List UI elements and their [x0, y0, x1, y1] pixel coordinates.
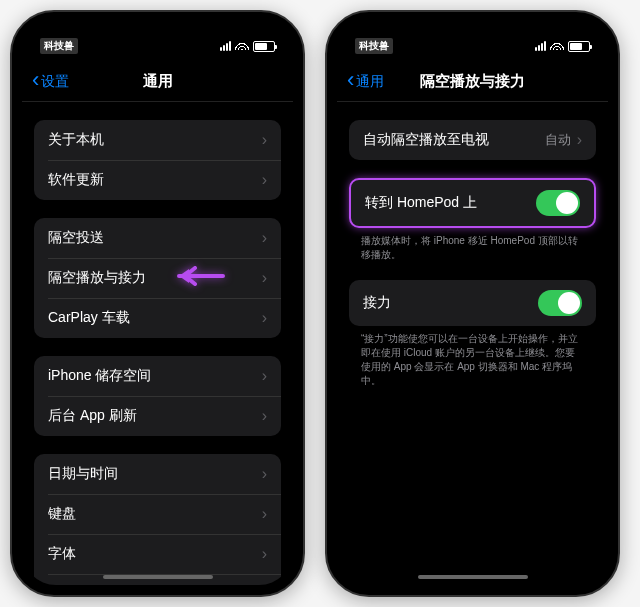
- chevron-right-icon: ›: [577, 131, 582, 149]
- row-label: 接力: [363, 294, 391, 312]
- settings-group: 转到 HomePod 上: [349, 178, 596, 228]
- phone-right: 科技兽 通用 隔空播放与接力 自动隔空播放至电视自动›转到 HomePod 上播…: [325, 10, 620, 597]
- row-label: iPhone 储存空间: [48, 367, 151, 385]
- row-label: 隔空投送: [48, 229, 104, 247]
- wifi-icon: [550, 39, 564, 53]
- row-label: 自动隔空播放至电视: [363, 131, 489, 149]
- page-title: 通用: [143, 72, 173, 91]
- row-value: 自动: [545, 131, 571, 149]
- row-iphone-storage[interactable]: iPhone 储存空间›: [34, 356, 281, 396]
- phone-left: 科技兽 设置 通用 关于本机›软件更新›隔空投送›隔空播放与接力›CarPlay…: [10, 10, 305, 597]
- carrier-label: 科技兽: [40, 38, 78, 54]
- back-label: 通用: [356, 73, 384, 91]
- row-carplay[interactable]: CarPlay 车载›: [34, 298, 281, 338]
- row-fonts[interactable]: 字体›: [34, 534, 281, 574]
- row-keyboard[interactable]: 键盘›: [34, 494, 281, 534]
- battery-icon: [568, 41, 590, 52]
- group-footer: “接力”功能使您可以在一台设备上开始操作，并立即在使用 iCloud 账户的另一…: [337, 326, 608, 388]
- chevron-right-icon: ›: [262, 545, 267, 563]
- chevron-right-icon: ›: [262, 505, 267, 523]
- battery-icon: [253, 41, 275, 52]
- settings-group: 日期与时间›键盘›字体›语言与地区›词典›: [34, 454, 281, 585]
- chevron-right-icon: ›: [262, 367, 267, 385]
- group-footer: 播放媒体时，将 iPhone 移近 HomePod 顶部以转移播放。: [337, 228, 608, 262]
- settings-list[interactable]: 自动隔空播放至电视自动›转到 HomePod 上播放媒体时，将 iPhone 移…: [337, 102, 608, 585]
- chevron-right-icon: ›: [262, 269, 267, 287]
- signal-icon: [535, 41, 546, 51]
- settings-group: 隔空投送›隔空播放与接力›CarPlay 车载›: [34, 218, 281, 338]
- row-label: 转到 HomePod 上: [365, 194, 477, 212]
- notch: [93, 22, 223, 46]
- settings-list[interactable]: 关于本机›软件更新›隔空投送›隔空播放与接力›CarPlay 车载›iPhone…: [22, 102, 293, 585]
- row-label: 后台 App 刷新: [48, 407, 137, 425]
- row-date-time[interactable]: 日期与时间›: [34, 454, 281, 494]
- row-software-update[interactable]: 软件更新›: [34, 160, 281, 200]
- row-label: 关于本机: [48, 131, 104, 149]
- signal-icon: [220, 41, 231, 51]
- home-indicator[interactable]: [418, 575, 528, 579]
- row-label: 隔空播放与接力: [48, 269, 146, 287]
- nav-bar: 设置 通用: [22, 62, 293, 102]
- chevron-right-icon: ›: [262, 465, 267, 483]
- row-label: 键盘: [48, 505, 76, 523]
- chevron-left-icon: [347, 73, 354, 90]
- chevron-right-icon: ›: [262, 407, 267, 425]
- carrier-label: 科技兽: [355, 38, 393, 54]
- settings-group: 接力: [349, 280, 596, 326]
- toggle-switch[interactable]: [536, 190, 580, 216]
- wifi-icon: [235, 39, 249, 53]
- back-button[interactable]: 设置: [32, 73, 69, 91]
- nav-bar: 通用 隔空播放与接力: [337, 62, 608, 102]
- chevron-right-icon: ›: [262, 229, 267, 247]
- row-label: CarPlay 车载: [48, 309, 130, 327]
- back-label: 设置: [41, 73, 69, 91]
- row-label: 软件更新: [48, 171, 104, 189]
- chevron-left-icon: [32, 73, 39, 90]
- settings-group: iPhone 储存空间›后台 App 刷新›: [34, 356, 281, 436]
- row-background-refresh[interactable]: 后台 App 刷新›: [34, 396, 281, 436]
- row-auto-airplay-tv[interactable]: 自动隔空播放至电视自动›: [349, 120, 596, 160]
- toggle-switch[interactable]: [538, 290, 582, 316]
- row-airdrop[interactable]: 隔空投送›: [34, 218, 281, 258]
- chevron-right-icon: ›: [262, 131, 267, 149]
- chevron-right-icon: ›: [262, 171, 267, 189]
- settings-group: 自动隔空播放至电视自动›: [349, 120, 596, 160]
- row-label: 日期与时间: [48, 465, 118, 483]
- row-handoff[interactable]: 接力: [349, 280, 596, 326]
- row-transfer-homepod[interactable]: 转到 HomePod 上: [351, 180, 594, 226]
- page-title: 隔空播放与接力: [420, 72, 525, 91]
- row-label: 字体: [48, 545, 76, 563]
- home-indicator[interactable]: [103, 575, 213, 579]
- settings-group: 关于本机›软件更新›: [34, 120, 281, 200]
- arrow-annotation: [175, 264, 225, 292]
- notch: [408, 22, 538, 46]
- row-about[interactable]: 关于本机›: [34, 120, 281, 160]
- row-airplay-handoff[interactable]: 隔空播放与接力›: [34, 258, 281, 298]
- back-button[interactable]: 通用: [347, 73, 384, 91]
- chevron-right-icon: ›: [262, 309, 267, 327]
